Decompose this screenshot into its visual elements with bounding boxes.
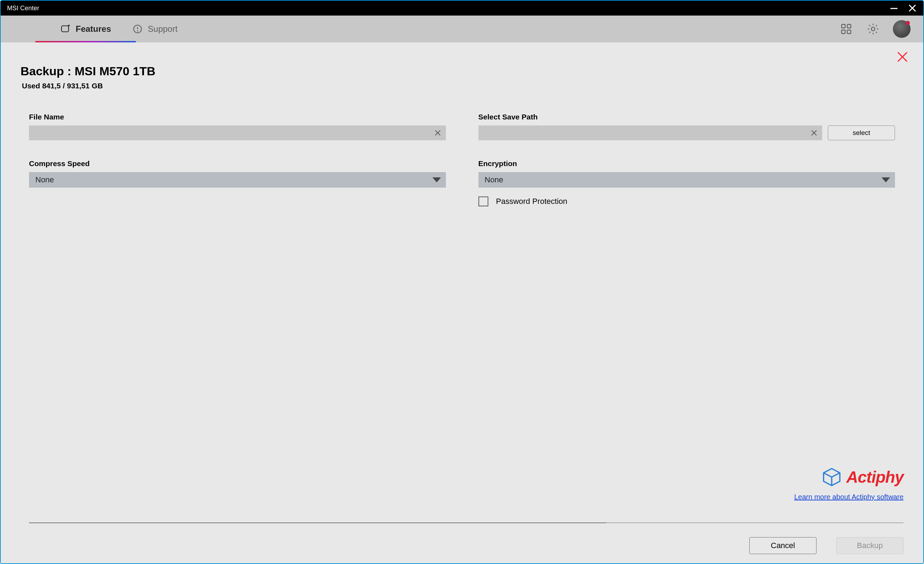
file-name-input[interactable] bbox=[29, 126, 446, 140]
file-name-field: File Name bbox=[29, 113, 446, 140]
save-path-field: Select Save Path select bbox=[478, 113, 896, 140]
svg-rect-8 bbox=[842, 24, 845, 28]
window-controls bbox=[888, 2, 918, 14]
svg-rect-11 bbox=[847, 30, 851, 34]
cancel-button[interactable]: Cancel bbox=[749, 537, 816, 554]
actiphy-cube-icon bbox=[822, 467, 842, 487]
chevron-down-icon bbox=[882, 172, 890, 188]
file-name-label: File Name bbox=[29, 113, 446, 121]
backup-button[interactable]: Backup bbox=[836, 537, 903, 554]
gear-icon[interactable] bbox=[866, 22, 880, 36]
tab-features[interactable]: Features bbox=[60, 15, 111, 42]
actiphy-logo: Actiphy bbox=[794, 467, 903, 487]
svg-rect-3 bbox=[62, 26, 69, 32]
compress-speed-dropdown[interactable]: None bbox=[29, 172, 446, 188]
encryption-label: Encryption bbox=[478, 159, 896, 168]
save-path-input-wrap bbox=[478, 126, 822, 140]
page-title: Backup : MSI M570 1TB bbox=[21, 64, 903, 78]
select-path-button[interactable]: select bbox=[828, 126, 895, 140]
tab-support[interactable]: Support bbox=[132, 15, 177, 42]
svg-point-7 bbox=[137, 30, 138, 31]
backup-form: File Name Select Save Path bbox=[21, 113, 903, 207]
header-right bbox=[839, 20, 914, 38]
close-page-button[interactable] bbox=[896, 50, 909, 65]
tab-label: Features bbox=[76, 24, 111, 34]
compress-speed-field: Compress Speed None bbox=[29, 159, 446, 188]
password-protection-label: Password Protection bbox=[496, 197, 567, 206]
compress-speed-value: None bbox=[35, 175, 54, 184]
clear-save-path-button[interactable] bbox=[809, 126, 819, 140]
svg-point-4 bbox=[68, 25, 70, 27]
encryption-value: None bbox=[485, 175, 504, 184]
file-name-input-wrap bbox=[29, 126, 446, 140]
titlebar: MSI Center bbox=[1, 1, 923, 15]
window-title: MSI Center bbox=[7, 4, 888, 12]
encryption-field: Encryption None bbox=[478, 159, 896, 188]
save-path-label: Select Save Path bbox=[478, 113, 896, 121]
password-protection-checkbox[interactable] bbox=[478, 196, 488, 206]
minimize-button[interactable] bbox=[888, 2, 900, 14]
encryption-dropdown[interactable]: None bbox=[478, 172, 896, 188]
backup-page: Backup : MSI M570 1TB Used 841,5 / 931,5… bbox=[1, 42, 923, 563]
save-path-input[interactable] bbox=[478, 126, 822, 140]
svg-rect-9 bbox=[847, 24, 851, 28]
app-window: MSI Center Features bbox=[0, 0, 924, 564]
svg-marker-20 bbox=[882, 177, 890, 183]
actiphy-wordmark: Actiphy bbox=[846, 468, 903, 486]
apps-grid-icon[interactable] bbox=[839, 22, 853, 36]
clear-file-name-button[interactable] bbox=[432, 126, 443, 140]
brand-block: Actiphy Learn more about Actiphy softwar… bbox=[794, 467, 903, 501]
divider bbox=[29, 523, 903, 523]
page-subtitle: Used 841,5 / 931,51 GB bbox=[21, 82, 903, 90]
footer: Cancel Backup bbox=[29, 523, 903, 554]
svg-point-12 bbox=[871, 27, 875, 31]
avatar[interactable] bbox=[893, 20, 910, 38]
password-protection-field: Password Protection bbox=[478, 196, 896, 207]
app-header: Features Support bbox=[1, 15, 923, 42]
compress-speed-label: Compress Speed bbox=[29, 159, 446, 168]
actiphy-learn-more-link[interactable]: Learn more about Actiphy software bbox=[794, 493, 903, 501]
tab-label: Support bbox=[148, 24, 177, 34]
notification-dot-icon bbox=[906, 21, 910, 25]
alert-icon bbox=[132, 24, 143, 34]
action-buttons: Cancel Backup bbox=[29, 537, 903, 554]
close-window-button[interactable] bbox=[906, 2, 918, 14]
svg-rect-10 bbox=[842, 30, 845, 34]
tabs: Features Support bbox=[10, 15, 177, 42]
svg-marker-19 bbox=[432, 177, 441, 183]
screen-icon bbox=[60, 24, 71, 34]
chevron-down-icon bbox=[432, 172, 441, 188]
